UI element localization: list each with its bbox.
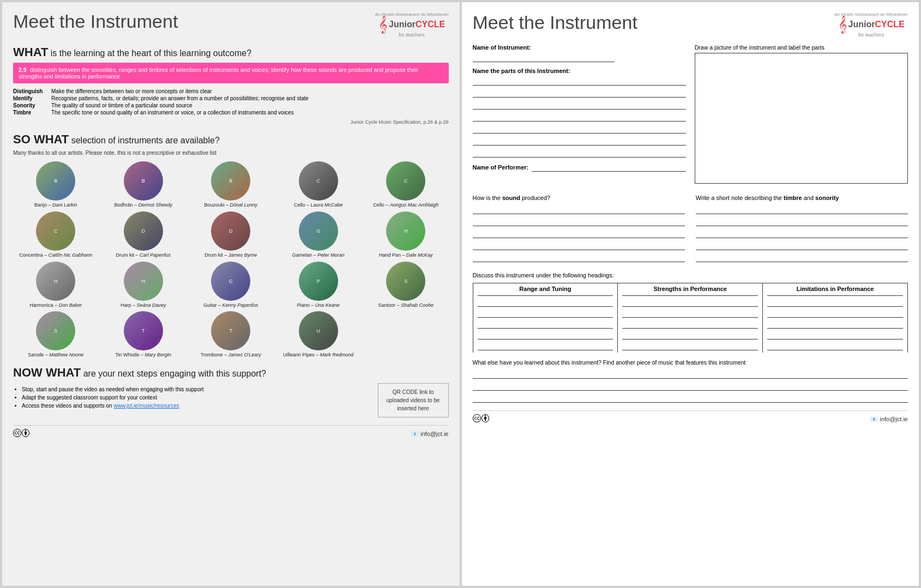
range-line-5[interactable] — [478, 342, 613, 350]
timbre-line-5[interactable] — [696, 252, 908, 262]
what-rest: is the learning at the heart of this lea… — [48, 49, 251, 58]
right-logo: An tSraith Shóisearach do Mhúinteoirí 𝄞 … — [834, 12, 908, 38]
sound-line-1[interactable] — [473, 204, 685, 214]
timbre-line-3[interactable] — [696, 228, 908, 238]
left-for-teachers: for teachers — [399, 32, 425, 38]
parts-line-5[interactable] — [473, 124, 686, 134]
draw-box[interactable] — [695, 53, 908, 184]
sound-line-2[interactable] — [473, 216, 685, 226]
instrument-item: C Cello – Aongus Mac Amhlaigh — [363, 161, 449, 208]
definition-row: DistinguishMake the differences between … — [13, 88, 449, 95]
parts-line-7[interactable] — [473, 148, 686, 157]
left-email-text: info@jct.ie — [420, 431, 449, 437]
highlight-box: 2.9distinguish between the sonorities, r… — [13, 63, 449, 83]
instrument-label: Bouzouki – Dónal Lunny — [204, 202, 257, 208]
instrument-circle: U — [299, 311, 338, 350]
instrument-circle: C — [299, 161, 338, 201]
now-what-bullet: Access these videos and supports on www.… — [22, 403, 372, 409]
instrument-circle: P — [299, 262, 338, 301]
def-term: Sonority — [13, 102, 51, 109]
instrument-item: H Hand Pan – Dale McKay — [363, 211, 449, 258]
name-instrument-line[interactable] — [473, 52, 615, 62]
right-page: Meet the Instrument An tSraith Shóiseara… — [462, 2, 919, 586]
instrument-circle: B — [124, 161, 163, 201]
highlight-text: distinguish between the sonorities, rang… — [19, 66, 418, 80]
now-what-bullet: Stop, start and pause the video as neede… — [22, 386, 372, 392]
timbre-col: Write a short note describing the timbre… — [696, 195, 908, 264]
instrument-label: Guitar – Kenny Papenfus — [203, 302, 258, 308]
performer-section: Name of Performer: — [473, 163, 686, 172]
timbre-line-1[interactable] — [696, 204, 908, 214]
instrument-item: S Sarode – Matthew Noone — [13, 311, 99, 358]
discuss-label: Discuss this instrument under the follow… — [473, 272, 908, 278]
logo-junior: Junior — [389, 20, 416, 29]
instrument-label: Gamelan – Peter Moran — [292, 252, 345, 258]
limit-line-1[interactable] — [767, 298, 903, 307]
range-line-4[interactable] — [478, 331, 613, 340]
right-treble-clef-icon: 𝄞 — [838, 17, 847, 32]
learned-line-2[interactable] — [473, 381, 908, 391]
instrument-label: Harmonica – Don Baker — [29, 302, 82, 308]
def-text: Make the differences between two or more… — [51, 88, 449, 95]
range-line-1[interactable] — [478, 298, 613, 307]
now-what-heading: NOW WHAT are your next steps engaging wi… — [13, 366, 449, 380]
strength-line-3[interactable] — [622, 320, 758, 329]
strength-line-2[interactable] — [622, 309, 758, 318]
sound-section: How is the sound produced? Write a short… — [473, 195, 908, 264]
timbre-bold: timbre — [784, 195, 802, 201]
parts-line-2[interactable] — [473, 88, 686, 98]
definition-row: TimbreThe specific tone or sound quality… — [13, 109, 449, 116]
form-left-col: Name of Instrument: Name the parts of th… — [473, 44, 686, 189]
sound-label-post: produced? — [522, 195, 550, 201]
instrument-label: Hand Pan – Dale McKay — [379, 252, 433, 258]
def-term: Distinguish — [13, 88, 51, 95]
resources-link[interactable]: www.jct.ie/music/resources — [113, 403, 179, 409]
instrument-label: Cello – Laura McCabe — [294, 202, 343, 208]
right-header: Meet the Instrument An tSraith Shóiseara… — [473, 12, 908, 38]
limit-line-2[interactable] — [767, 309, 903, 318]
right-email-icon: 📧 — [870, 416, 878, 422]
learned-label: What else have you learned about this in… — [473, 359, 908, 366]
left-header: Meet the Instrument An tSraith Shóiseara… — [13, 12, 449, 38]
parts-line-3[interactable] — [473, 100, 686, 110]
def-text: The quality of sound or timbre of a part… — [51, 102, 449, 109]
instrument-label: Santoor – Shahab Coohe — [378, 302, 434, 308]
instrument-circle: T — [211, 311, 250, 350]
timbre-line-4[interactable] — [696, 240, 908, 250]
parts-line-4[interactable] — [473, 112, 686, 122]
strength-line-5[interactable] — [622, 342, 758, 350]
strength-line-1[interactable] — [622, 298, 758, 307]
instrument-label: Piano – Úna Keane — [297, 302, 340, 308]
limit-line-3[interactable] — [767, 320, 903, 329]
top-two-col: Name of Instrument: Name the parts of th… — [473, 44, 908, 189]
def-text: The specific tone or sound quality of an… — [51, 109, 449, 116]
right-title: Meet the Instrument — [473, 12, 637, 33]
learned-line-3[interactable] — [473, 393, 908, 403]
limit-line-5[interactable] — [767, 342, 903, 350]
sound-line-4[interactable] — [473, 240, 685, 250]
instrument-circle: H — [124, 262, 163, 301]
three-col-table: Range and Tuning Strengths in Performanc… — [473, 283, 908, 353]
strength-line-4[interactable] — [622, 331, 758, 340]
now-what-body: Stop, start and pause the video as neede… — [13, 383, 449, 417]
qr-text: QR CODE link to uploaded videos to be in… — [387, 389, 440, 411]
instrument-label: Trombone – James O'Leary — [201, 352, 261, 358]
parts-line-6[interactable] — [473, 136, 686, 146]
parts-line-1[interactable] — [473, 76, 686, 86]
now-what-bullet: Adapt the suggested classroom support fo… — [22, 395, 372, 401]
right-email-text: info@jct.ie — [880, 416, 908, 422]
sound-line-3[interactable] — [473, 228, 685, 238]
learned-line-1[interactable] — [473, 369, 908, 379]
range-header: Range and Tuning — [478, 283, 613, 296]
limit-line-4[interactable] — [767, 331, 903, 340]
right-footer-email: 📧 info@jct.ie — [870, 416, 908, 423]
performer-line-input[interactable] — [532, 163, 686, 172]
timbre-line-2[interactable] — [696, 216, 908, 226]
range-line-3[interactable] — [478, 320, 613, 329]
left-footer: 🅭🅯 📧 info@jct.ie — [13, 425, 449, 439]
sound-line-5[interactable] — [473, 252, 685, 262]
range-line-2[interactable] — [478, 309, 613, 318]
instrument-item: T Trombone – James O'Leary — [188, 311, 274, 358]
strengths-header: Strengths in Performance — [622, 283, 758, 296]
timbre-label-pre: Write a short note describing the — [696, 195, 782, 201]
